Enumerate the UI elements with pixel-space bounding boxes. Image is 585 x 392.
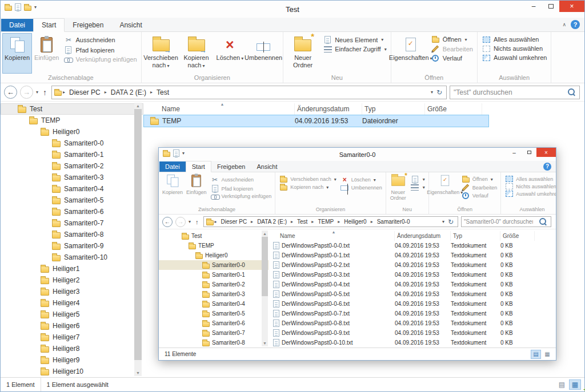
tree-item[interactable]: Samariter0-9 (1, 240, 143, 252)
file-row[interactable]: TEMP 04.09.2016 19:53 Dateiordner (143, 115, 489, 127)
invert-selection-button[interactable]: Auswahl umkehren (503, 190, 556, 197)
delete-button[interactable]: × Löschen▾ (214, 33, 246, 74)
address-bar[interactable]: ▸ Dieser PC ▸ DATA 2 (E:) ▸ Test (51, 86, 447, 99)
tree-item[interactable]: Samariter0-7 (159, 328, 269, 338)
select-none-button[interactable]: Nichts auswählen (479, 44, 550, 53)
file-row[interactable]: DerWindowsPapst0-0-9.txt 04.09.2016 19:5… (269, 328, 537, 338)
tree-item[interactable]: Test (1, 103, 143, 115)
scrollbar-thumb[interactable] (134, 109, 142, 360)
column-header-type[interactable]: Typ (451, 231, 500, 241)
scrollbar-thumb[interactable] (262, 237, 268, 296)
breadcrumb-item[interactable]: Test ▸ (154, 88, 172, 96)
easy-access-button[interactable]: Einfacher Zugriff ▾ (320, 45, 389, 54)
new-item-button[interactable]: ▾ (408, 175, 427, 184)
tree-item[interactable]: Heiliger1 (1, 263, 143, 274)
tree-item[interactable]: Heiliger3 (1, 286, 143, 297)
tree-item[interactable]: Samariter0-5 (1, 195, 143, 206)
paste-shortcut-button[interactable]: Verknüpfung einfügen (209, 193, 274, 200)
tree-item[interactable]: Samariter0-4 (159, 299, 269, 309)
column-header-name[interactable]: ▲ Name (273, 231, 395, 241)
tree-item[interactable]: Samariter0-6 (1, 206, 143, 217)
edit-button[interactable]: Bearbeiten (459, 183, 499, 192)
cut-button[interactable]: ✂ Ausschneiden (209, 175, 274, 184)
scroll-down-icon[interactable]: ▼ (263, 340, 267, 346)
qat-properties-icon[interactable] (173, 149, 179, 157)
tab-start[interactable]: Start (33, 18, 65, 32)
breadcrumb-chevron-icon[interactable]: ▸ (310, 219, 315, 224)
tree-scrollbar[interactable]: ▲ ▼ (262, 231, 268, 346)
refresh-icon[interactable]: ↻ (436, 88, 442, 96)
select-all-button[interactable]: Alles auswählen (503, 175, 556, 183)
delete-button[interactable]: × Löschen ▾ (338, 175, 384, 184)
qat-customize-chevron-icon[interactable]: ▾ (182, 151, 185, 156)
breadcrumb-item[interactable]: Test ▸ (294, 219, 315, 225)
paste-shortcut-button[interactable]: Verknüpfung einfügen (61, 55, 139, 64)
tree-item[interactable]: Samariter0-0 (159, 260, 269, 270)
select-none-button[interactable]: Nichts auswählen (503, 183, 556, 190)
forward-button[interactable]: → (175, 217, 186, 227)
tree-item[interactable]: Samariter0-6 (159, 318, 269, 328)
tree-item[interactable]: Heiliger4 (1, 297, 143, 309)
breadcrumb-item[interactable]: DATA 2 (E:) ▸ (108, 88, 154, 96)
breadcrumb-chevron-icon[interactable]: ▸ (250, 219, 254, 224)
easy-access-button[interactable]: ▾ (408, 184, 427, 191)
file-row[interactable]: DerWindowsPapst0-0-7.txt 04.09.2016 19:5… (269, 309, 537, 318)
help-icon[interactable]: ? (571, 20, 580, 29)
open-button[interactable]: Öffnen ▾ (459, 175, 499, 183)
history-dropdown-icon[interactable]: ▾ (189, 219, 191, 224)
tree-item[interactable]: Samariter0-2 (1, 160, 143, 172)
breadcrumb-chevron-icon[interactable]: ▸ (149, 90, 154, 95)
tree-item[interactable]: Heiliger0 (1, 126, 143, 138)
tree-item[interactable]: Heiliger9 (1, 354, 143, 366)
details-view-button[interactable]: ▤ (556, 379, 568, 390)
scroll-up-icon[interactable]: ▲ (136, 103, 140, 109)
breadcrumb-chevron-icon[interactable]: ▸ (214, 219, 218, 224)
history-dropdown-icon[interactable]: ▾ (36, 90, 38, 95)
tree-item[interactable]: Heiliger2 (1, 274, 143, 286)
tree-scrollbar[interactable]: ▲ ▼ (134, 103, 142, 376)
column-header-date[interactable]: Änderungsdatum (295, 103, 362, 115)
tree-item[interactable]: Samariter0-10 (1, 252, 143, 263)
properties-button[interactable]: Eigenschaften▾ (431, 173, 459, 206)
maximize-button[interactable] (542, 1, 559, 12)
file-row[interactable]: DerWindowsPapst0-0-1.txt 04.09.2016 19:5… (269, 250, 537, 260)
rename-button[interactable]: Umbenennen (338, 184, 384, 191)
properties-button[interactable]: Eigenschaften▾ (393, 33, 428, 74)
tree-item[interactable]: Samariter0-3 (1, 172, 143, 183)
tab-share[interactable]: Freigeben (65, 19, 111, 31)
new-folder-button[interactable]: * Neuer Ordner (388, 173, 408, 206)
tree-item[interactable]: Samariter0-3 (159, 289, 269, 299)
tree-item[interactable]: Samariter0-8 (159, 338, 269, 347)
copy-to-button[interactable]: → Kopieren nach▾ (179, 33, 214, 74)
search-input[interactable] (450, 88, 564, 96)
search-input[interactable] (462, 219, 535, 225)
file-row[interactable]: DerWindowsPapst0-0-2.txt 04.09.2016 19:5… (269, 260, 537, 270)
select-all-button[interactable]: Alles auswählen (479, 35, 550, 44)
column-header-date[interactable]: Änderungsdatum (395, 231, 451, 241)
rename-button[interactable]: Umbenennen (246, 33, 281, 74)
breadcrumb-item[interactable]: TEMP ▸ (315, 219, 341, 225)
breadcrumb-chevron-icon[interactable]: ▸ (370, 219, 374, 224)
breadcrumb-chevron-icon[interactable]: ▸ (62, 90, 66, 95)
scroll-down-icon[interactable]: ▼ (136, 370, 140, 376)
details-view-button[interactable]: ▤ (531, 350, 541, 359)
back-button[interactable]: ← (4, 86, 17, 99)
new-item-button[interactable]: + Neues Element ▾ (320, 35, 389, 45)
tree-item[interactable]: Test (159, 231, 269, 241)
new-folder-button[interactable]: * Neuer Ordner (285, 33, 320, 74)
file-row[interactable]: DerWindowsPapst0-0-3.txt 04.09.2016 19:5… (269, 270, 537, 280)
breadcrumb-item[interactable]: Dieser PC ▸ (66, 88, 108, 96)
tab-file[interactable]: Datei (159, 161, 186, 172)
tab-start[interactable]: Start (186, 161, 211, 172)
history-button[interactable]: Verlauf (459, 192, 499, 200)
tab-view[interactable]: Ansicht (251, 161, 283, 172)
close-button[interactable]: × (536, 148, 556, 157)
tree-item[interactable]: Samariter0-8 (1, 229, 143, 240)
paste-button[interactable]: Einfügen (32, 33, 61, 74)
breadcrumb-item[interactable]: DATA 2 (E:) ▸ (254, 219, 294, 225)
up-button[interactable]: ↑ (41, 88, 49, 97)
invert-selection-button[interactable]: Auswahl umkehren (479, 53, 550, 62)
file-row[interactable]: DerWindowsPapst0-0-5.txt 04.09.2016 19:5… (269, 289, 537, 299)
tree-item[interactable]: Heiliger8 (1, 343, 143, 354)
breadcrumb-chevron-icon[interactable]: ▸ (103, 90, 108, 95)
